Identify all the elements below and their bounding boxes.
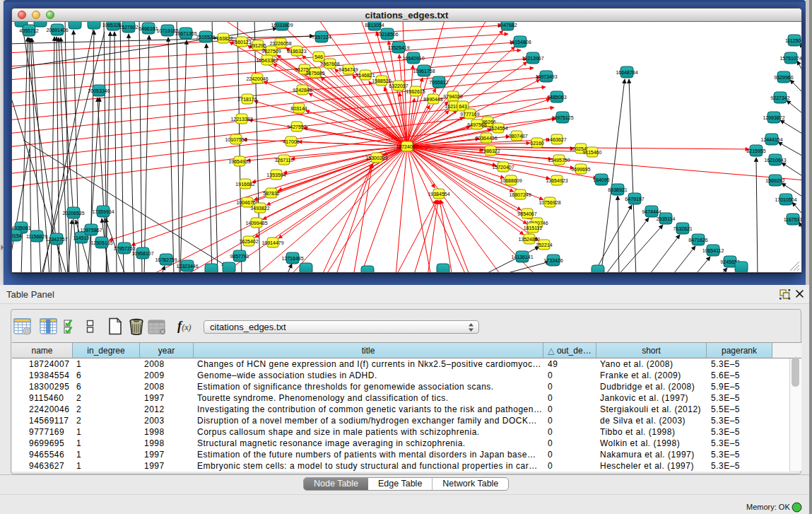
- svg-text:15300203: 15300203: [365, 156, 387, 160]
- svg-text:8813054: 8813054: [365, 23, 384, 28]
- svg-text:19654933: 19654933: [228, 159, 250, 164]
- svg-text:17010504: 17010504: [775, 197, 796, 202]
- svg-text:17359934: 17359934: [92, 209, 114, 214]
- svg-text:9699695: 9699695: [571, 167, 590, 172]
- svg-text:8454749: 8454749: [339, 67, 358, 72]
- svg-text:16640910: 16640910: [402, 56, 424, 61]
- svg-text:803144: 803144: [290, 106, 307, 111]
- svg-text:2718176: 2718176: [237, 97, 257, 102]
- svg-text:13495750: 13495750: [548, 158, 570, 163]
- svg-text:13654923: 13654923: [546, 178, 567, 183]
- svg-text:13524851: 13524851: [518, 237, 540, 242]
- svg-text:6322037: 6322037: [389, 83, 408, 88]
- svg-text:9857791: 9857791: [230, 254, 249, 259]
- svg-text:9146821: 9146821: [355, 73, 375, 78]
- svg-text:1733426: 1733426: [543, 258, 563, 263]
- svg-text:9474444: 9474444: [642, 209, 661, 214]
- svg-text:15751074: 15751074: [779, 56, 801, 61]
- svg-text:16782759: 16782759: [155, 257, 177, 262]
- svg-text:7515526: 7515526: [196, 35, 215, 40]
- svg-text:16914479: 16914479: [261, 240, 283, 245]
- svg-text:10654112: 10654112: [702, 248, 724, 253]
- svg-text:417006: 417006: [283, 139, 299, 144]
- svg-text:12323446: 12323446: [176, 264, 198, 269]
- svg-text:9794028: 9794028: [443, 94, 462, 99]
- svg-text:9327509: 9327509: [261, 49, 281, 54]
- svg-text:1463627: 1463627: [547, 137, 566, 142]
- svg-text:643: 643: [459, 104, 467, 109]
- svg-text:14136141: 14136141: [511, 255, 533, 259]
- svg-text:7357224: 7357224: [312, 35, 331, 40]
- svg-text:1588520: 1588520: [372, 78, 391, 83]
- svg-text:8990448: 8990448: [423, 97, 442, 102]
- svg-text:8186323: 8186323: [287, 49, 306, 54]
- svg-text:19384554: 19384554: [428, 192, 449, 197]
- svg-text:16033809: 16033809: [271, 23, 293, 28]
- svg-text:6497568: 6497568: [467, 122, 486, 127]
- svg-text:17957253: 17957253: [113, 246, 135, 251]
- svg-text:114519: 114519: [73, 235, 90, 240]
- svg-text:14099485: 14099485: [245, 221, 267, 226]
- svg-text:3624554: 3624554: [488, 126, 507, 131]
- svg-text:1569292: 1569292: [765, 178, 784, 183]
- svg-text:13716485: 13716485: [281, 256, 303, 261]
- svg-text:1527602: 1527602: [119, 25, 138, 30]
- svg-text:39154: 39154: [12, 233, 22, 238]
- svg-text:4035061: 4035061: [12, 226, 31, 230]
- svg-text:12444154: 12444154: [760, 137, 782, 142]
- svg-text:10807487: 10807487: [505, 134, 527, 139]
- svg-text:1112504: 1112504: [785, 38, 802, 43]
- svg-text:891295: 891295: [249, 43, 266, 48]
- svg-text:15720407: 15720407: [492, 165, 514, 170]
- svg-text:10973493: 10973493: [535, 74, 557, 79]
- svg-text:164095: 164095: [593, 177, 609, 182]
- svg-text:10958107: 10958107: [131, 251, 153, 256]
- svg-text:8471626: 8471626: [688, 238, 707, 243]
- svg-text:20053346: 20053346: [88, 88, 110, 93]
- svg-text:3493822: 3493822: [250, 206, 269, 211]
- svg-text:2935114: 2935114: [657, 216, 676, 221]
- svg-text:18724007: 18724007: [396, 144, 418, 149]
- svg-text:9329966: 9329966: [774, 75, 793, 80]
- svg-text:2047682: 2047682: [498, 23, 517, 28]
- svg-text:16210643: 16210643: [764, 158, 786, 163]
- svg-text:12975125: 12975125: [551, 115, 573, 120]
- svg-text:6466161: 6466161: [139, 26, 158, 31]
- svg-text:22420046: 22420046: [246, 76, 268, 81]
- svg-text:1916682: 1916682: [235, 182, 254, 187]
- svg-text:11156829: 11156829: [26, 234, 47, 239]
- svg-text:8938921: 8938921: [608, 187, 627, 192]
- svg-text:587832: 587832: [263, 191, 279, 196]
- svg-text:13525419: 13525419: [387, 45, 409, 50]
- svg-text:19218506: 19218506: [376, 32, 398, 37]
- svg-text:16648784: 16648784: [616, 70, 637, 75]
- svg-text:18807249: 18807249: [509, 192, 531, 197]
- svg-text:7625402: 7625402: [239, 239, 258, 244]
- svg-text:10107553: 10107553: [225, 137, 247, 142]
- svg-text:9777169: 9777169: [460, 112, 479, 117]
- svg-text:12213383: 12213383: [230, 117, 252, 122]
- svg-text:12505135: 12505135: [90, 240, 112, 245]
- svg-text:9242848: 9242848: [293, 88, 312, 93]
- svg-text:16671355: 16671355: [175, 31, 196, 36]
- svg-text:1353594: 1353594: [266, 173, 286, 177]
- svg-text:16154808: 16154808: [509, 40, 531, 45]
- svg-text:3875685: 3875685: [305, 71, 324, 76]
- svg-text:2967608: 2967608: [320, 62, 339, 66]
- svg-text:10543382: 10543382: [256, 58, 278, 63]
- svg-text:8215955: 8215955: [746, 148, 765, 153]
- svg-text:10975867: 10975867: [80, 228, 102, 233]
- svg-text:20691406: 20691406: [46, 28, 68, 33]
- svg-text:20364436: 20364436: [475, 136, 497, 141]
- svg-text:12093872: 12093872: [763, 115, 784, 120]
- svg-text:10688609: 10688609: [500, 178, 522, 183]
- svg-text:7632621: 7632621: [673, 226, 692, 231]
- svg-text:7163822: 7163822: [213, 36, 233, 41]
- svg-text:16961758: 16961758: [413, 69, 435, 74]
- svg-text:12213967: 12213967: [522, 56, 543, 61]
- svg-text:3267110: 3267110: [275, 158, 294, 163]
- svg-text:10756928: 10756928: [539, 200, 560, 205]
- svg-text:546: 546: [314, 54, 323, 59]
- svg-text:9227342: 9227342: [770, 95, 789, 100]
- svg-text:6479197: 6479197: [625, 197, 644, 201]
